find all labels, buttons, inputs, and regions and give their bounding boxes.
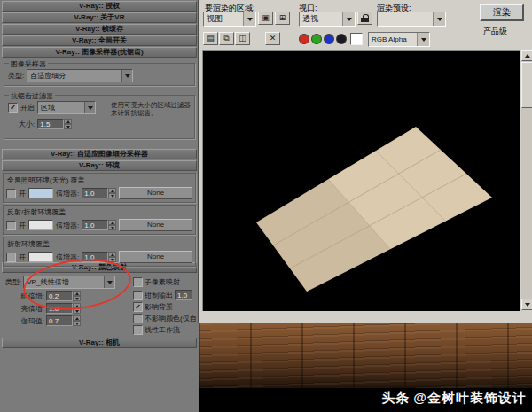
green-channel-icon[interactable] [311, 34, 322, 44]
gi-environment-section: 全局照明环境(天光) 覆盖 开 倍增器: 1.0 None [3, 173, 196, 203]
section-title: 折射环境覆盖 [7, 239, 192, 249]
edit-region-button[interactable]: ▣ [258, 12, 273, 25]
refr-env-multiplier-spinner[interactable]: 1.0 [82, 252, 116, 262]
subpixel-mapping-label: 子像素映射 [145, 277, 180, 287]
spinner-arrows[interactable] [64, 119, 72, 129]
chevron-down-icon[interactable] [433, 12, 445, 26]
checkmark: ✓ [135, 304, 141, 311]
gamma-spinner[interactable]: 0.7 [46, 315, 81, 326]
dark-mult-spinner[interactable]: 0.2 [46, 291, 81, 301]
clamp-level-spinner[interactable]: 1.0 [175, 290, 192, 300]
bright-mult-spinner[interactable]: 1.0 [46, 303, 81, 314]
rollout-header-environment[interactable]: V-Ray:: 环境 [2, 160, 197, 171]
cm-type-value: VR_线性倍增 [24, 277, 104, 287]
render-window-scrollbar[interactable] [521, 50, 532, 310]
clamp-output-label: 钳制输出 [145, 291, 173, 300]
gi-env-on-checkbox[interactable] [6, 189, 16, 198]
aa-filter-type-dropdown[interactable]: 区域 [37, 101, 96, 114]
rollout-title: V-Ray:: 全局开关 [72, 36, 127, 44]
gi-env-color-swatch[interactable] [28, 188, 53, 198]
blue-channel-icon[interactable] [324, 34, 334, 44]
chevron-down-icon[interactable] [342, 12, 355, 26]
spinner-arrows[interactable] [108, 188, 116, 198]
chevron-down-icon[interactable] [104, 276, 114, 288]
viewport-wood-floor [199, 323, 532, 388]
rollout-header-framebuffer[interactable]: V-Ray:: 帧缓存 [2, 24, 197, 35]
refr-env-color-swatch[interactable] [28, 252, 53, 262]
spinner-arrows[interactable] [73, 303, 81, 314]
scroll-up-icon[interactable] [521, 50, 532, 61]
viewport-dropdown[interactable]: 透视 [299, 12, 356, 27]
spinner-arrows[interactable] [108, 252, 116, 262]
spinner-arrows[interactable] [73, 315, 81, 326]
aa-filter-on-checkbox[interactable]: ✓ [8, 103, 18, 113]
refl-env-multiplier-spinner[interactable]: 1.0 [82, 220, 116, 230]
chevron-down-icon[interactable] [84, 102, 95, 113]
print-image-icon[interactable]: ◫ [235, 32, 250, 45]
save-image-icon[interactable]: ▤ [203, 32, 218, 45]
watermark-handle: @金树叶装饰设计 [413, 390, 527, 405]
render-frame-window: 要渲染的区域: 视图 ▣ ⊞ 视口: 透视 渲染预设: 渲染 产品级 ▤ ⧉ ◫… [199, 0, 532, 323]
scroll-down-icon[interactable] [521, 299, 532, 310]
render-preset-dropdown[interactable] [377, 12, 446, 27]
group-title: 抗锯齿过滤器 [9, 91, 55, 101]
reflection-environment-section: 反射/折射环境覆盖 开 倍增器: 1.0 None [3, 205, 196, 235]
checkmark: ✓ [10, 105, 16, 112]
sampler-type-dropdown[interactable]: 自适应细分 [27, 69, 133, 82]
subpixel-mapping-checkbox[interactable] [133, 277, 143, 287]
filter-hint-text: 使用可变大小的区域过滤器来计算抗锯齿。 [111, 101, 192, 117]
dark-mult-label: 暗倍增: [5, 292, 44, 301]
spinner-down-icon[interactable] [64, 124, 72, 129]
rollout-header-image-sampler[interactable]: V-Ray:: 图像采样器(抗锯齿) [2, 47, 197, 58]
cm-type-dropdown[interactable]: VR_线性倍增 [23, 276, 115, 289]
refl-env-color-swatch[interactable] [28, 220, 53, 230]
gi-env-map-button[interactable]: None [119, 187, 192, 199]
spinner-value: 1.0 [46, 303, 73, 314]
chevron-down-icon[interactable] [243, 12, 255, 26]
rollout-header-about[interactable]: V-Ray:: 关于VR [2, 12, 197, 23]
gi-env-multiplier-spinner[interactable]: 1.0 [82, 188, 116, 198]
aa-filter-on-label: 开启 [20, 103, 35, 113]
lock-viewport-icon[interactable] [357, 12, 372, 25]
sampler-type-label: 类型: [8, 71, 24, 81]
scrollbar-thumb[interactable] [521, 62, 532, 108]
rollout-header-adaptive-subdiv[interactable]: V-Ray:: 自适应图像细分采样器 [2, 149, 197, 159]
rollout-header-global-switches[interactable]: V-Ray:: 全局开关 [2, 35, 197, 46]
channel-display-dropdown[interactable]: RGB Alpha [368, 32, 430, 47]
render-region-dropdown[interactable]: 视图 [203, 12, 256, 27]
filter-size-spinner[interactable]: 1.5 [37, 119, 72, 129]
bright-mult-label: 亮倍增: [5, 304, 44, 314]
spinner-arrows[interactable] [108, 220, 116, 230]
rollout-header-camera[interactable]: V-Ray:: 相机 [2, 338, 197, 348]
linear-workflow-checkbox[interactable] [133, 325, 143, 335]
spinner-value: 1.0 [82, 220, 108, 230]
rendered-floor-image [203, 51, 520, 311]
spinner-arrows[interactable] [73, 291, 81, 301]
refl-env-map-button[interactable]: None [119, 219, 192, 231]
chevron-down-icon[interactable] [417, 33, 429, 46]
section-title: 全局照明环境(天光) 覆盖 [7, 175, 192, 185]
refl-env-on-checkbox[interactable] [6, 221, 16, 230]
rollout-title: V-Ray:: 帧缓存 [75, 25, 123, 33]
aa-filter-value: 区域 [38, 103, 84, 113]
alpha-color-swatch[interactable] [350, 33, 363, 45]
rollout-header-license[interactable]: V-Ray:: 授权 [2, 1, 197, 12]
render-canvas [202, 50, 520, 311]
affect-background-checkbox[interactable]: ✓ [133, 302, 143, 312]
chevron-down-icon[interactable] [121, 70, 132, 82]
multiplier-label: 倍增器: [56, 221, 79, 230]
vray-settings-panel: V-Ray:: 授权 V-Ray:: 关于VR V-Ray:: 帧缓存 V-Ra… [0, 0, 199, 412]
render-button[interactable]: 渲染 [480, 4, 524, 21]
environment-rollout-body: 全局照明环境(天光) 覆盖 开 倍增器: 1.0 None 反射/折射环境覆盖 [2, 173, 197, 261]
auto-region-button[interactable]: ⊞ [275, 12, 290, 25]
mono-channel-icon[interactable] [336, 34, 347, 44]
clamp-output-checkbox[interactable] [133, 291, 143, 300]
refr-env-on-checkbox[interactable] [6, 253, 16, 262]
clear-image-icon[interactable]: ✕ [265, 32, 280, 45]
rollout-title: V-Ray:: 关于VR [74, 13, 125, 21]
region-value: 视图 [204, 13, 243, 25]
clone-window-icon[interactable]: ⧉ [219, 32, 234, 45]
red-channel-icon[interactable] [299, 34, 309, 44]
refr-env-map-button[interactable]: None [119, 251, 192, 263]
dont-affect-colors-checkbox[interactable] [133, 314, 143, 323]
